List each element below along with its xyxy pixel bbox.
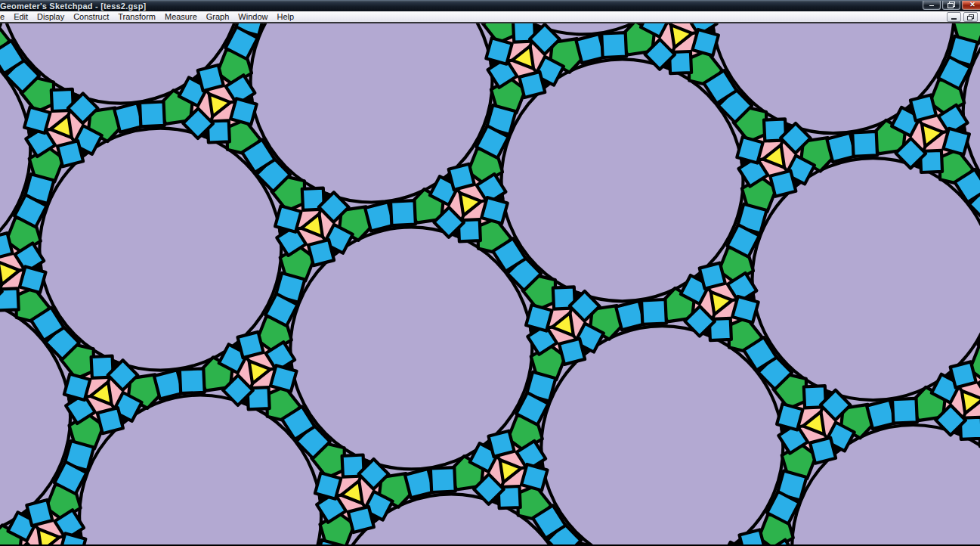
sketch-canvas[interactable] <box>0 23 980 546</box>
menu-item-transform[interactable]: Transform <box>113 11 160 22</box>
menu-item-measure[interactable]: Measure <box>160 11 202 22</box>
mdi-minimize-button[interactable] <box>947 12 961 22</box>
menu-item-edit[interactable]: Edit <box>9 11 32 22</box>
menu-item-help[interactable]: Help <box>272 11 298 22</box>
minimize-icon <box>929 5 935 7</box>
mdi-restore-button[interactable] <box>963 12 978 22</box>
window-titlebar[interactable]: Geometer's Sketchpad - [tess2.gsp] ✕ <box>0 0 980 11</box>
maximize-button[interactable] <box>942 0 960 10</box>
mdi-window-controls <box>947 12 978 22</box>
menu-item-file-partial[interactable]: e <box>0 11 9 22</box>
window-controls: ✕ <box>923 0 980 10</box>
mdi-restore-icon <box>967 14 974 20</box>
menu-item-construct[interactable]: Construct <box>69 11 113 22</box>
window-title: Geometer's Sketchpad - [tess2.gsp] <box>0 2 146 11</box>
tessellation-drawing <box>0 23 980 544</box>
minimize-button[interactable] <box>923 0 941 10</box>
restore-icon <box>948 2 955 8</box>
close-icon: ✕ <box>969 2 975 8</box>
app-window: Geometer's Sketchpad - [tess2.gsp] ✕ e E… <box>0 0 980 546</box>
menu-item-window[interactable]: Window <box>233 11 272 22</box>
menu-item-graph[interactable]: Graph <box>202 11 234 22</box>
close-button[interactable]: ✕ <box>962 0 980 10</box>
menu-item-display[interactable]: Display <box>32 11 69 22</box>
menubar: e Edit Display Construct Transform Measu… <box>0 11 980 23</box>
mdi-minimize-icon <box>951 18 957 20</box>
